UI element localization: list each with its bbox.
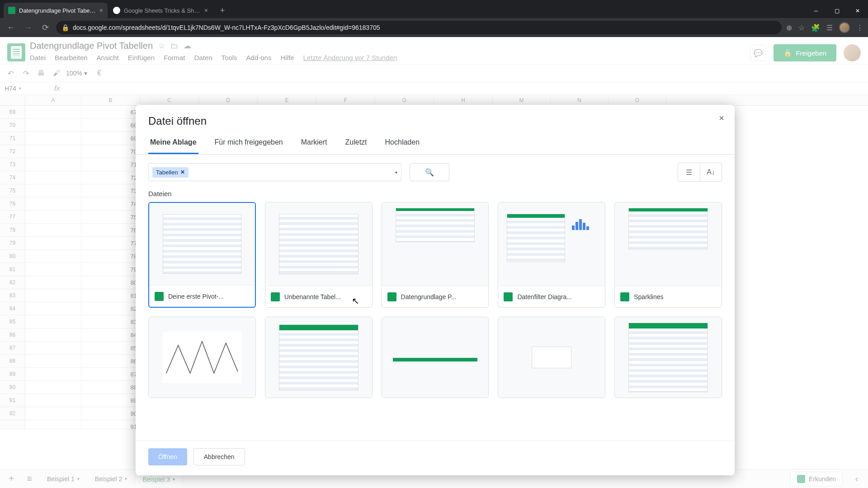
file-label-row: Datengrundlage P... bbox=[382, 286, 489, 307]
svg-rect-2 bbox=[579, 219, 582, 230]
toolbar-icons: ⊕ ☆ 🧩 ☰ ⋮ bbox=[786, 22, 863, 33]
file-card[interactable] bbox=[265, 317, 373, 398]
svg-rect-0 bbox=[572, 225, 575, 230]
file-card[interactable]: Sparklines bbox=[614, 202, 722, 308]
list-view-button[interactable]: ☰ bbox=[678, 163, 700, 181]
cancel-button[interactable]: Abbrechen bbox=[193, 448, 245, 465]
lock-icon: 🔒 bbox=[61, 24, 69, 31]
tab-starred[interactable]: Markiert bbox=[299, 133, 329, 154]
browser-titlebar: Datengrundlage Pivot Tabellen × Google S… bbox=[0, 0, 868, 18]
dialog-footer: Öffnen Abbrechen bbox=[136, 441, 735, 475]
file-thumbnail bbox=[265, 202, 372, 286]
svg-rect-3 bbox=[583, 223, 585, 230]
back-icon[interactable]: ← bbox=[5, 21, 17, 34]
forward-icon[interactable]: → bbox=[22, 21, 34, 34]
tab-my-drive[interactable]: Meine Ablage bbox=[148, 133, 198, 154]
file-label-row: Datenfilter Diagra... bbox=[498, 286, 605, 307]
close-icon[interactable]: × bbox=[99, 7, 103, 14]
sheets-file-icon bbox=[620, 292, 629, 301]
tab-recent[interactable]: Zuletzt bbox=[344, 133, 369, 154]
file-card[interactable] bbox=[614, 317, 722, 398]
star-icon[interactable]: ☆ bbox=[798, 23, 805, 32]
file-card[interactable] bbox=[148, 317, 256, 398]
browser-window: Datengrundlage Pivot Tabellen × Google S… bbox=[0, 0, 868, 488]
browser-tab-active[interactable]: Datengrundlage Pivot Tabellen × bbox=[4, 3, 108, 18]
view-toggle: ☰ A↓ bbox=[678, 163, 722, 182]
file-thumbnail bbox=[498, 317, 605, 398]
browser-toolbar: ← → ⟳ 🔒 docs.google.com/spreadsheets/d/1… bbox=[0, 18, 868, 37]
url-text: docs.google.com/spreadsheets/d/1tqvEL1jk… bbox=[73, 24, 380, 31]
chevron-down-icon[interactable]: ▾ bbox=[395, 170, 397, 175]
close-icon[interactable]: × bbox=[204, 7, 208, 14]
file-label-row: Sparklines bbox=[615, 286, 722, 307]
reload-icon[interactable]: ⟳ bbox=[39, 21, 52, 34]
files-grid-row2 bbox=[148, 317, 722, 398]
browser-tabs: Datengrundlage Pivot Tabellen × Google S… bbox=[0, 3, 806, 18]
extensions-icon[interactable]: 🧩 bbox=[811, 23, 820, 32]
file-name: Sparklines bbox=[634, 293, 663, 300]
file-thumbnail bbox=[382, 317, 489, 398]
search-row: Tabellen ✕ ▾ 🔍 ☰ A↓ bbox=[136, 155, 735, 190]
file-card[interactable] bbox=[382, 317, 489, 398]
file-card[interactable]: Unbenannte Tabel... bbox=[265, 202, 373, 308]
tab-shared[interactable]: Für mich freigegeben bbox=[213, 133, 285, 154]
reading-list-icon[interactable]: ☰ bbox=[826, 23, 833, 32]
tab-upload[interactable]: Hochladen bbox=[383, 133, 422, 154]
file-card[interactable]: Datenfilter Diagra... bbox=[498, 202, 605, 308]
sheets-file-icon bbox=[504, 292, 513, 301]
sheets-file-icon bbox=[271, 292, 280, 301]
file-thumbnail bbox=[382, 202, 489, 286]
file-thumbnail bbox=[615, 317, 722, 398]
address-bar[interactable]: 🔒 docs.google.com/spreadsheets/d/1tqvEL1… bbox=[56, 21, 782, 34]
tab-title: Datengrundlage Pivot Tabellen bbox=[19, 7, 96, 14]
sheets-app: Datengrundlage Pivot Tabellen ☆ 🗀 ☁ Date… bbox=[0, 37, 868, 488]
search-button[interactable]: 🔍 bbox=[410, 163, 449, 181]
dialog-tabs: Meine Ablage Für mich freigegeben Markie… bbox=[136, 133, 735, 155]
browser-tab-inactive[interactable]: Google Sheets Tricks & Shortcuts × bbox=[108, 3, 212, 18]
files-area: Deine erste Pivot-...Unbenannte Tabel...… bbox=[136, 202, 735, 441]
file-name: Datenfilter Diagra... bbox=[517, 293, 572, 300]
file-thumbnail bbox=[265, 317, 372, 398]
svg-rect-1 bbox=[576, 222, 578, 230]
file-name: Deine erste Pivot-... bbox=[168, 293, 224, 300]
file-card[interactable] bbox=[498, 317, 605, 398]
sheets-file-icon bbox=[155, 292, 164, 301]
menu-icon[interactable]: ⋮ bbox=[856, 23, 863, 32]
close-window-icon[interactable]: ✕ bbox=[847, 4, 868, 18]
chip-label: Tabellen bbox=[156, 169, 178, 176]
dialog-close-button[interactable]: × bbox=[715, 111, 728, 125]
chip-remove-icon[interactable]: ✕ bbox=[180, 169, 185, 175]
sort-button[interactable]: A↓ bbox=[700, 163, 722, 181]
file-thumbnail bbox=[149, 317, 255, 398]
file-thumbnail bbox=[149, 203, 255, 285]
file-label-row: Deine erste Pivot-... bbox=[149, 285, 255, 307]
file-open-dialog: × Datei öffnen Meine Ablage Für mich fre… bbox=[136, 105, 735, 475]
dialog-title: Datei öffnen bbox=[136, 105, 735, 133]
filter-chip[interactable]: Tabellen ✕ bbox=[152, 167, 189, 178]
open-button[interactable]: Öffnen bbox=[148, 448, 187, 465]
zoom-icon[interactable]: ⊕ bbox=[786, 23, 792, 32]
sheets-file-icon bbox=[387, 292, 396, 301]
minimize-icon[interactable]: ─ bbox=[806, 4, 826, 18]
file-thumbnail bbox=[615, 202, 722, 286]
file-label-row: Unbenannte Tabel... bbox=[265, 286, 372, 307]
search-icon: 🔍 bbox=[425, 168, 434, 177]
files-grid: Deine erste Pivot-...Unbenannte Tabel...… bbox=[148, 202, 722, 308]
files-heading: Dateien bbox=[136, 190, 735, 202]
file-name: Datengrundlage P... bbox=[401, 293, 457, 300]
window-controls: ─ ▢ ✕ bbox=[806, 4, 868, 18]
sheets-favicon bbox=[8, 7, 15, 14]
file-card[interactable]: Datengrundlage P... bbox=[382, 202, 489, 308]
file-thumbnail bbox=[498, 202, 605, 286]
file-card[interactable]: Deine erste Pivot-... bbox=[148, 202, 256, 308]
svg-rect-4 bbox=[586, 226, 589, 230]
maximize-icon[interactable]: ▢ bbox=[826, 4, 847, 18]
filter-input[interactable]: Tabellen ✕ ▾ bbox=[148, 163, 401, 181]
file-name: Unbenannte Tabel... bbox=[284, 293, 341, 300]
tab-title: Google Sheets Tricks & Shortcuts bbox=[124, 7, 201, 14]
google-favicon bbox=[113, 7, 120, 14]
profile-avatar[interactable] bbox=[839, 22, 850, 33]
new-tab-button[interactable]: + bbox=[216, 4, 229, 17]
